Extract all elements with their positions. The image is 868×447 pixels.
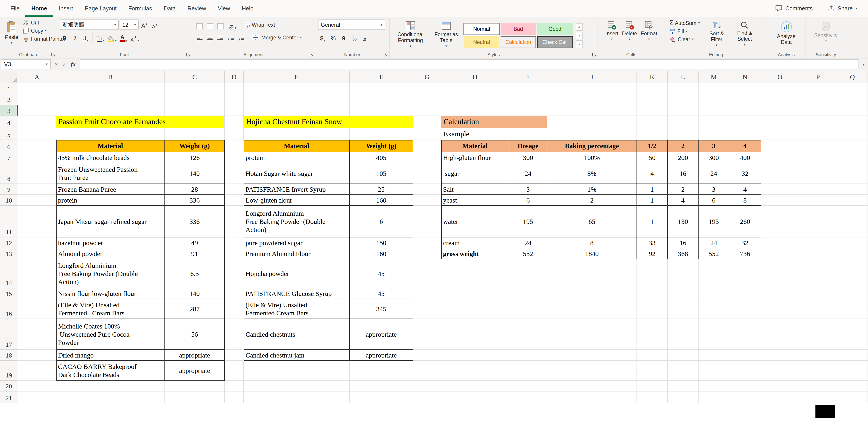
cell-J6[interactable]: Baking percentage xyxy=(547,140,637,152)
cell-C21[interactable] xyxy=(165,391,225,403)
cell-B14[interactable]: Longford Aluminium Free Baking Powder (D… xyxy=(56,259,165,288)
cell-Q6[interactable] xyxy=(837,140,868,152)
comments-button[interactable]: Comments xyxy=(772,3,816,13)
cell-Q5[interactable] xyxy=(837,128,868,140)
cell-P15[interactable] xyxy=(799,288,837,299)
cell-M13[interactable]: 552 xyxy=(699,248,730,259)
cell-K10[interactable]: 1 xyxy=(637,195,668,206)
formula-input[interactable] xyxy=(80,59,859,69)
borders-button[interactable]: ▾ xyxy=(95,32,105,42)
tab-review[interactable]: Review xyxy=(182,0,212,17)
cell-A17[interactable] xyxy=(18,319,56,350)
col-header-C[interactable]: C xyxy=(165,71,225,83)
cell-P18[interactable] xyxy=(799,350,837,361)
cell-K18[interactable] xyxy=(637,350,668,361)
cell-G6[interactable] xyxy=(413,140,441,152)
cell-P12[interactable] xyxy=(799,237,837,248)
cell-J2[interactable] xyxy=(547,94,637,105)
cell-Q14[interactable] xyxy=(837,259,868,288)
cell-A7[interactable] xyxy=(18,152,56,163)
cell-G15[interactable] xyxy=(413,288,441,299)
italic-button[interactable]: I xyxy=(70,32,80,42)
cell-E18[interactable]: Candied chestnut jam xyxy=(244,350,350,361)
cell-G17[interactable] xyxy=(413,319,441,350)
cell-L17[interactable] xyxy=(668,319,699,350)
cell-F1[interactable] xyxy=(350,83,413,94)
cell-K14[interactable] xyxy=(637,259,668,288)
cell-G4[interactable] xyxy=(413,116,441,128)
row-header-11[interactable]: 11 xyxy=(0,206,18,237)
cell-D7[interactable] xyxy=(225,152,244,163)
cell-H13[interactable]: gross weight xyxy=(441,248,509,259)
cell-L21[interactable] xyxy=(668,391,699,403)
cell-M3[interactable] xyxy=(699,105,730,116)
cell-O12[interactable] xyxy=(761,237,799,248)
cell-J3[interactable] xyxy=(547,105,637,116)
cell-Q3[interactable] xyxy=(837,105,868,116)
cell-H19[interactable] xyxy=(441,361,509,381)
cell-A16[interactable] xyxy=(18,299,56,319)
cell-style-good[interactable]: Good xyxy=(537,23,572,35)
cell-L6[interactable]: 2 xyxy=(668,140,699,152)
sort-filter-button[interactable]: Sort & Filter ▾ xyxy=(704,19,730,51)
cell-M10[interactable]: 6 xyxy=(699,195,730,206)
cell-C10[interactable]: 336 xyxy=(165,195,225,206)
cell-A18[interactable] xyxy=(18,350,56,361)
cell-E8[interactable]: Hotan Sugar white sugar xyxy=(244,163,350,184)
cell-L8[interactable]: 16 xyxy=(668,163,699,184)
cell-H5[interactable]: Example xyxy=(441,128,509,140)
cell-I21[interactable] xyxy=(509,391,547,403)
cell-O20[interactable] xyxy=(761,381,799,391)
cell-K4[interactable] xyxy=(637,116,668,128)
cell-P1[interactable] xyxy=(799,83,837,94)
cell-I10[interactable]: 6 xyxy=(509,195,547,206)
cell-N14[interactable] xyxy=(730,259,761,288)
col-header-J[interactable]: J xyxy=(547,71,637,83)
cell-E4[interactable]: Hojicha Chestnut Feinan Snow xyxy=(244,116,413,128)
cell-P8[interactable] xyxy=(799,163,837,184)
cell-J18[interactable] xyxy=(547,350,637,361)
cell-L4[interactable] xyxy=(668,116,699,128)
cell-B10[interactable]: protein xyxy=(56,195,165,206)
cell-G21[interactable] xyxy=(413,391,441,403)
cell-L12[interactable]: 16 xyxy=(668,237,699,248)
cell-G3[interactable] xyxy=(413,105,441,116)
cell-E6[interactable]: Material xyxy=(244,140,350,152)
cell-P6[interactable] xyxy=(799,140,837,152)
cell-D21[interactable] xyxy=(225,391,244,403)
cell-G18[interactable] xyxy=(413,350,441,361)
cell-D2[interactable] xyxy=(225,94,244,105)
cell-N8[interactable]: 32 xyxy=(730,163,761,184)
cell-Q4[interactable] xyxy=(837,116,868,128)
cell-M19[interactable] xyxy=(699,361,730,381)
cell-O13[interactable] xyxy=(761,248,799,259)
cell-P5[interactable] xyxy=(799,128,837,140)
name-box[interactable]: V3 ▾ xyxy=(1,59,51,69)
cell-D4[interactable] xyxy=(225,116,244,128)
cell-N4[interactable] xyxy=(730,116,761,128)
cell-I20[interactable] xyxy=(509,381,547,391)
merge-center-button[interactable]: Merge & Center ▾ xyxy=(250,33,304,41)
cell-P2[interactable] xyxy=(799,94,837,105)
cell-J4[interactable] xyxy=(547,116,637,128)
cell-F9[interactable]: 25 xyxy=(350,184,413,195)
cell-K12[interactable]: 33 xyxy=(637,237,668,248)
cell-N15[interactable] xyxy=(730,288,761,299)
cell-I15[interactable] xyxy=(509,288,547,299)
cell-A15[interactable] xyxy=(18,288,56,299)
cell-B15[interactable]: Nissin flour low-gluten flour xyxy=(56,288,165,299)
cell-H21[interactable] xyxy=(441,391,509,403)
cell-O8[interactable] xyxy=(761,163,799,184)
cell-D5[interactable] xyxy=(225,128,244,140)
cell-L19[interactable] xyxy=(668,361,699,381)
cell-M9[interactable]: 3 xyxy=(699,184,730,195)
cell-M16[interactable] xyxy=(699,299,730,319)
cell-Q15[interactable] xyxy=(837,288,868,299)
row-header-15[interactable]: 15 xyxy=(0,288,18,299)
cell-C2[interactable] xyxy=(165,94,225,105)
cell-J9[interactable]: 1% xyxy=(547,184,637,195)
cell-J5[interactable] xyxy=(547,128,637,140)
cell-E9[interactable]: PATISFRANCE Invert Syrup xyxy=(244,184,350,195)
cell-J8[interactable]: 8% xyxy=(547,163,637,184)
cell-H17[interactable] xyxy=(441,319,509,350)
